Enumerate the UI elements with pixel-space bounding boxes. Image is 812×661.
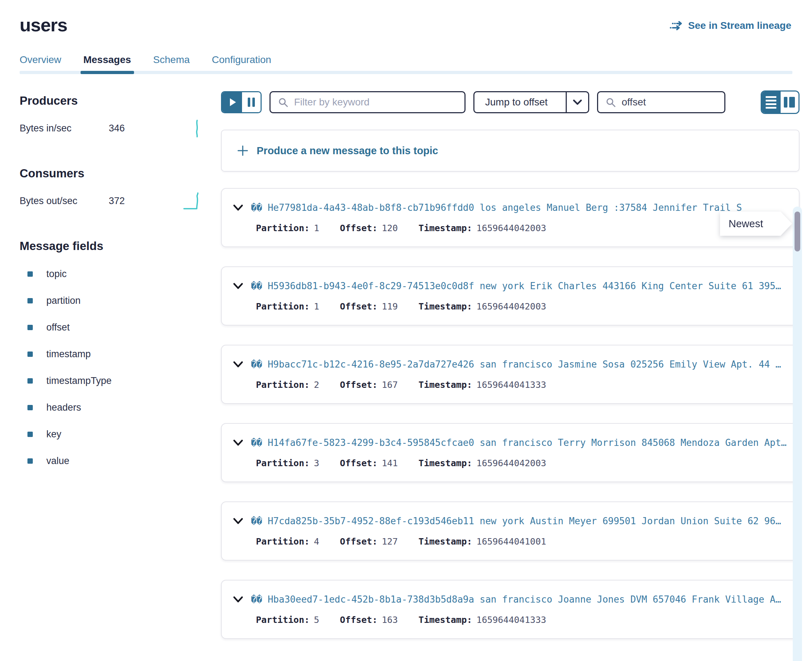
expand-chevron-icon[interactable] — [233, 596, 243, 603]
topic-page: users See in Stream lineage Overview Mes… — [0, 0, 812, 661]
message-key: �� H9bacc71c-b12c-4216-8e95-2a7da727e426… — [251, 359, 787, 370]
partition-value: 5 — [314, 615, 319, 625]
message-row[interactable]: �� H9bacc71c-b12c-4216-8e95-2a7da727e426… — [221, 345, 799, 404]
scrollbar-thumb[interactable] — [794, 212, 800, 251]
messages-toolbar: Jump to offset — [221, 91, 799, 114]
field-bullet-icon — [27, 432, 33, 437]
message-row[interactable]: �� H14fa67fe-5823-4299-b3c4-595845cfcae0… — [221, 423, 799, 482]
column-view-button[interactable] — [781, 91, 798, 113]
message-meta: Partition:3 Offset:141 Timestamp:1659644… — [256, 458, 787, 468]
consumers-heading: Consumers — [19, 167, 203, 180]
field-item-headers[interactable]: headers — [19, 402, 203, 413]
tab-bar: Overview Messages Schema Configuration — [19, 54, 793, 74]
content: Producers Bytes in/sec 346 Consumers Byt… — [0, 74, 812, 658]
offset-value: 119 — [382, 301, 398, 311]
tab-configuration[interactable]: Configuration — [212, 54, 271, 74]
partition-value: 4 — [314, 536, 319, 547]
partition-value: 1 — [314, 223, 319, 233]
message-row[interactable]: �� H7cda825b-35b7-4952-88ef-c193d546eb11… — [221, 501, 799, 560]
field-item-offset[interactable]: offset — [19, 322, 203, 333]
field-bullet-icon — [27, 405, 33, 410]
partition-value: 2 — [314, 380, 319, 390]
search-icon — [605, 97, 616, 107]
message-key: �� H5936db81-b943-4e0f-8c29-74513e0c0d8f… — [251, 281, 787, 291]
plus-icon — [237, 145, 249, 157]
list-view-icon — [766, 96, 776, 109]
field-item-value[interactable]: value — [19, 455, 203, 466]
field-label: timestampType — [46, 375, 112, 386]
message-row[interactable]: �� He77981da-4a43-48ab-b8f8-cb71b96ffdd0… — [221, 188, 799, 247]
message-meta: Partition:4 Offset:127 Timestamp:1659644… — [256, 536, 787, 547]
field-label: partition — [46, 295, 80, 306]
message-meta: Partition:5 Offset:163 Timestamp:1659644… — [256, 615, 787, 625]
timestamp-label: Timestamp: — [418, 223, 472, 233]
bytes-out-metric: Bytes out/sec 372 — [19, 192, 203, 210]
message-key: �� H14fa67fe-5823-4299-b3c4-595845cfcae0… — [251, 437, 787, 448]
offset-value: 163 — [382, 615, 398, 625]
newest-tooltip-label: Newest — [720, 212, 792, 236]
message-row[interactable]: �� H5936db81-b943-4e0f-8c29-74513e0c0d8f… — [221, 267, 799, 326]
field-bullet-icon — [27, 298, 33, 303]
field-bullet-icon — [27, 458, 33, 464]
message-meta: Partition:2 Offset:167 Timestamp:1659644… — [256, 380, 787, 390]
message-row[interactable]: �� Hba30eed7-1edc-452b-8b1a-738d3b5d8a9a… — [221, 580, 799, 639]
timestamp-value: 1659644042003 — [477, 301, 546, 311]
tab-messages[interactable]: Messages — [83, 54, 131, 74]
timestamp-value: 1659644041333 — [477, 615, 546, 625]
stream-lineage-label: See in Stream lineage — [688, 20, 791, 31]
field-item-key[interactable]: key — [19, 429, 203, 440]
filter-input-wrap — [269, 91, 466, 113]
tab-schema[interactable]: Schema — [153, 54, 190, 74]
expand-chevron-icon[interactable] — [233, 517, 243, 525]
jump-to-offset-value: Jump to offset — [474, 92, 566, 112]
tab-overview[interactable]: Overview — [19, 54, 61, 74]
timestamp-value: 1659644041333 — [477, 380, 546, 390]
field-item-topic[interactable]: topic — [19, 268, 203, 279]
scrollbar-track[interactable] — [793, 206, 802, 661]
field-bullet-icon — [27, 271, 33, 277]
offset-label: Offset: — [340, 223, 378, 233]
field-item-partition[interactable]: partition — [19, 295, 203, 306]
offset-search-input[interactable] — [621, 96, 717, 108]
bytes-in-label: Bytes in/sec — [19, 123, 109, 134]
pause-button[interactable] — [242, 92, 261, 112]
play-button[interactable] — [222, 92, 242, 112]
offset-search-wrap — [597, 91, 726, 113]
partition-value: 1 — [314, 301, 319, 311]
filter-input[interactable] — [294, 96, 457, 108]
pause-icon — [248, 97, 250, 107]
page-header: users See in Stream lineage — [0, 0, 812, 36]
field-label: timestamp — [46, 349, 91, 360]
message-meta: Partition:1 Offset:120 Timestamp:1659644… — [256, 223, 787, 233]
play-icon — [230, 98, 236, 106]
bytes-in-metric: Bytes in/sec 346 — [19, 119, 203, 137]
message-key: �� Hba30eed7-1edc-452b-8b1a-738d3b5d8a9a… — [251, 594, 787, 605]
stream-lineage-link[interactable]: See in Stream lineage — [670, 20, 791, 31]
produce-message-label: Produce a new message to this topic — [257, 145, 438, 157]
sidebar: Producers Bytes in/sec 346 Consumers Byt… — [19, 74, 203, 658]
message-meta: Partition:1 Offset:119 Timestamp:1659644… — [256, 301, 787, 311]
field-item-timestamp[interactable]: timestamp — [19, 349, 203, 360]
field-label: offset — [46, 322, 70, 333]
message-list: �� He77981da-4a43-48ab-b8f8-cb71b96ffdd0… — [221, 188, 799, 639]
field-item-timestampType[interactable]: timestampType — [19, 375, 203, 386]
bytes-in-sparkline — [192, 119, 202, 137]
produce-message-button[interactable]: Produce a new message to this topic — [221, 129, 799, 172]
expand-chevron-icon[interactable] — [233, 204, 243, 211]
offset-value: 167 — [382, 380, 398, 390]
list-view-button[interactable] — [762, 91, 781, 113]
timestamp-value: 1659644042003 — [477, 458, 546, 468]
page-title: users — [19, 14, 67, 36]
offset-value: 120 — [382, 223, 398, 233]
expand-chevron-icon[interactable] — [233, 283, 243, 289]
expand-chevron-icon[interactable] — [233, 439, 243, 446]
bytes-in-value: 346 — [109, 123, 152, 134]
newest-tooltip: Newest — [720, 212, 792, 236]
message-fields-heading: Message fields — [19, 239, 203, 253]
bytes-out-sparkline — [183, 192, 202, 210]
expand-chevron-icon[interactable] — [233, 361, 243, 368]
bytes-out-label: Bytes out/sec — [19, 196, 109, 206]
column-view-icon — [784, 97, 787, 107]
message-fields-list: topic partition offset timestamp timesta… — [19, 268, 203, 466]
jump-to-offset-select[interactable]: Jump to offset — [473, 91, 589, 113]
